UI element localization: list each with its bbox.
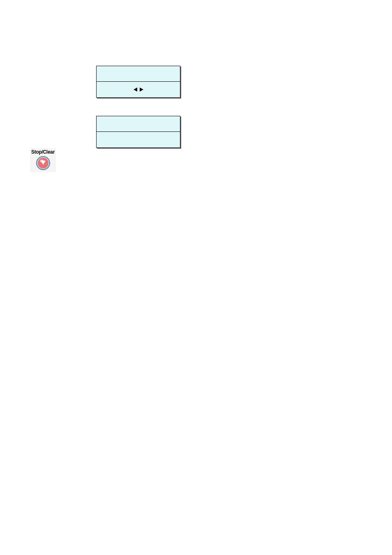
stop-clear-label: Stop/Clear — [30, 149, 56, 155]
stop-clear-icon — [36, 156, 51, 170]
left-right-arrows-icon — [134, 87, 143, 92]
menu-panel-1 — [96, 66, 180, 98]
menu-cell[interactable] — [97, 132, 180, 147]
menu-panel-2 — [96, 116, 180, 148]
svg-marker-1 — [140, 88, 143, 92]
menu-cell[interactable] — [97, 116, 180, 132]
svg-marker-0 — [134, 88, 137, 92]
stop-clear-button[interactable] — [36, 156, 51, 170]
stop-clear-block: Stop/Clear — [30, 148, 56, 172]
menu-cell-arrows[interactable] — [97, 82, 180, 97]
menu-cell[interactable] — [97, 66, 180, 82]
